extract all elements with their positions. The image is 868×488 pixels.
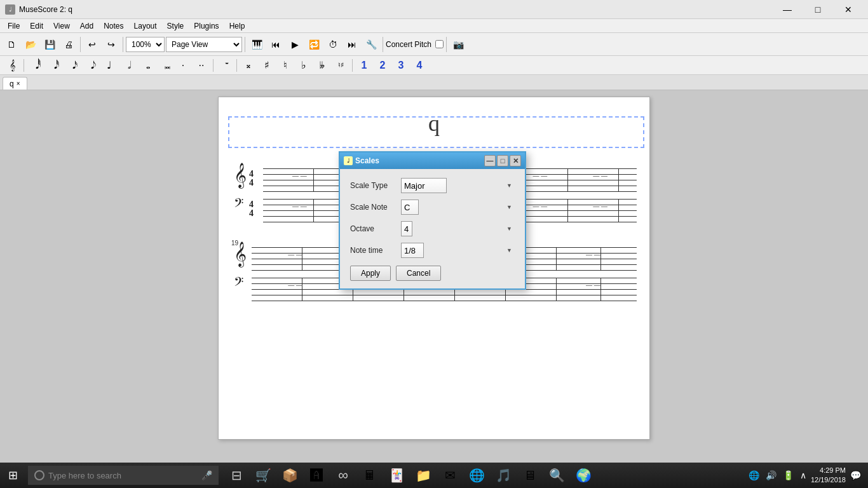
microphone-icon[interactable]: 🎤 bbox=[201, 470, 212, 480]
apply-button[interactable]: Apply bbox=[350, 266, 391, 281]
tab-label: q bbox=[10, 79, 14, 88]
taskbar-app-calc[interactable]: 🖩 bbox=[357, 463, 383, 488]
new-button[interactable]: 🗋 bbox=[3, 36, 20, 53]
double-augmentation-dot[interactable]: ·· bbox=[193, 58, 210, 73]
taskbar-app-monitor[interactable]: 🖥 bbox=[517, 463, 543, 488]
menu-help[interactable]: Help bbox=[224, 20, 250, 32]
play-button[interactable]: ▶ bbox=[286, 36, 304, 53]
toolbar-sep-5 bbox=[446, 37, 447, 52]
menu-edit[interactable]: Edit bbox=[25, 20, 48, 32]
cancel-button[interactable]: Cancel bbox=[396, 266, 441, 281]
menu-add[interactable]: Add bbox=[75, 20, 98, 32]
concert-pitch-toggle[interactable] bbox=[435, 40, 444, 48]
plugin-creator-button[interactable]: 🔧 bbox=[362, 36, 380, 53]
scale-note-select[interactable]: C C# D D# E F F# G G# A A# B bbox=[401, 200, 419, 215]
note-input-mode[interactable]: 𝄞 bbox=[4, 58, 20, 73]
menu-layout[interactable]: Layout bbox=[129, 20, 162, 32]
tabs-bar: q × bbox=[0, 75, 868, 90]
save-button[interactable]: 💾 bbox=[41, 36, 58, 53]
taskbar-clock[interactable]: 4:29 PM 12/19/2018 bbox=[811, 466, 846, 485]
note-sep-1 bbox=[24, 59, 24, 72]
rest-button[interactable]: 𝄻 bbox=[217, 58, 233, 73]
app-icon: ♩ bbox=[5, 4, 15, 15]
menu-file[interactable]: File bbox=[3, 20, 25, 32]
taskbar-app-amazon[interactable]: 🅰 bbox=[304, 463, 329, 488]
duration-64th[interactable]: 𝅘𝅥𝅱 bbox=[27, 58, 44, 73]
menu-notes[interactable]: Notes bbox=[98, 20, 128, 32]
taskbar-app-search[interactable]: 🔍 bbox=[544, 463, 569, 488]
taskbar-app-files[interactable]: 📁 bbox=[410, 463, 436, 488]
note-time-select[interactable]: 1/1 1/2 1/4 1/8 1/16 1/32 bbox=[401, 243, 424, 258]
expand-systray[interactable]: ∧ bbox=[798, 470, 808, 480]
duration-16th[interactable]: 𝅘𝅥𝅯 bbox=[64, 58, 81, 73]
scale-note-row: Scale Note C C# D D# E F F# G G# A A# B bbox=[350, 200, 515, 215]
taskbar-app-musescore[interactable]: 🎵 bbox=[491, 463, 516, 488]
taskbar-app-chrome[interactable]: 🌍 bbox=[571, 463, 596, 488]
octave-row: Octave 1 2 3 4 5 6 7 bbox=[350, 221, 515, 236]
start-button[interactable]: ⊞ bbox=[0, 463, 25, 488]
dialog-controls: — □ ✕ bbox=[484, 155, 521, 166]
maximize-button[interactable]: □ bbox=[803, 0, 832, 19]
titlebar-controls: — □ ✕ bbox=[773, 0, 863, 19]
undo-button[interactable]: ↩ bbox=[83, 36, 101, 53]
menu-plugins[interactable]: Plugins bbox=[189, 20, 224, 32]
taskbar-app-edge[interactable]: 🌐 bbox=[464, 463, 489, 488]
network-icon[interactable]: 🌐 bbox=[747, 470, 761, 480]
main-toolbar: 🗋 📂 💾 🖨 ↩ ↪ 100% 75% 150% 200% Page View… bbox=[0, 33, 868, 56]
taskbar-app-cards[interactable]: 🃏 bbox=[384, 463, 409, 488]
print-button[interactable]: 🖨 bbox=[60, 36, 78, 53]
taskbar-app-store[interactable]: 🛒 bbox=[250, 463, 276, 488]
duration-32nd[interactable]: 𝅘𝅥𝅰 bbox=[46, 58, 62, 73]
minimize-button[interactable]: — bbox=[773, 0, 802, 19]
dialog-minimize[interactable]: — bbox=[484, 155, 496, 166]
sound-icon[interactable]: 🔊 bbox=[764, 470, 778, 480]
loop-button[interactable]: 🔁 bbox=[305, 36, 323, 53]
augmentation-dot[interactable]: · bbox=[175, 58, 191, 73]
screenshot-button[interactable]: 📷 bbox=[449, 36, 467, 53]
note-sep-3 bbox=[236, 59, 237, 72]
taskbar-app-mail[interactable]: ✉ bbox=[437, 463, 463, 488]
acc-double-flat[interactable]: 𝄫 bbox=[314, 58, 330, 73]
voice-2[interactable]: 2 bbox=[374, 58, 391, 73]
toolbar-sep-4 bbox=[383, 37, 383, 52]
taskbar-search[interactable]: Type here to search 🎤 bbox=[28, 466, 219, 485]
taskview-button[interactable]: ⊟ bbox=[224, 463, 249, 488]
dialog-close[interactable]: ✕ bbox=[510, 155, 521, 166]
octave-select[interactable]: 1 2 3 4 5 6 7 bbox=[401, 221, 412, 236]
duration-8th[interactable]: 𝅘𝅥𝅮 bbox=[83, 58, 99, 73]
duration-double-whole[interactable]: 𝅜 bbox=[156, 58, 173, 73]
dialog-maximize[interactable]: □ bbox=[497, 155, 508, 166]
tab-close-button[interactable]: × bbox=[17, 80, 20, 87]
search-icon bbox=[34, 470, 44, 480]
taskbar-date: 12/19/2018 bbox=[811, 475, 846, 485]
acc-sharp[interactable]: ♯ bbox=[259, 58, 275, 73]
notification-icon[interactable]: 💬 bbox=[848, 470, 863, 480]
battery-icon[interactable]: 🔋 bbox=[781, 470, 796, 480]
next-measure-button[interactable]: ⏭ bbox=[343, 36, 361, 53]
scale-type-select[interactable]: Major Minor Dorian Phrygian Lydian Mixol… bbox=[401, 178, 447, 193]
acc-double-sharp[interactable]: 𝄪 bbox=[240, 58, 257, 73]
acc-flat[interactable]: ♭ bbox=[295, 58, 312, 73]
rewind-button[interactable]: ⏮ bbox=[267, 36, 285, 53]
voice-1[interactable]: 1 bbox=[356, 58, 372, 73]
view-mode-select[interactable]: Page View Continuous View bbox=[166, 37, 242, 52]
acc-natural[interactable]: ♮ bbox=[277, 58, 294, 73]
menu-view[interactable]: View bbox=[48, 20, 75, 32]
dialog-icon: ♩ bbox=[344, 156, 353, 165]
duration-half[interactable]: 𝅗𝅥 bbox=[119, 58, 136, 73]
menu-style[interactable]: Style bbox=[162, 20, 189, 32]
midi-input-button[interactable]: 🎹 bbox=[248, 36, 266, 53]
voice-4[interactable]: 4 bbox=[411, 58, 428, 73]
duration-quarter[interactable]: ♩ bbox=[101, 58, 118, 73]
voice-3[interactable]: 3 bbox=[393, 58, 409, 73]
realtime-button[interactable]: ⏱ bbox=[324, 36, 342, 53]
taskbar-app-dropbox[interactable]: 📦 bbox=[277, 463, 302, 488]
zoom-select[interactable]: 100% 75% 150% 200% bbox=[126, 37, 165, 52]
score-tab[interactable]: q × bbox=[3, 77, 27, 90]
open-button[interactable]: 📂 bbox=[22, 36, 39, 53]
acc-natural-sharp[interactable]: ♮♯ bbox=[332, 58, 349, 73]
close-button[interactable]: ✕ bbox=[834, 0, 863, 19]
redo-button[interactable]: ↪ bbox=[102, 36, 120, 53]
duration-whole[interactable]: 𝅝 bbox=[138, 58, 154, 73]
taskbar-app-infinity[interactable]: ∞ bbox=[330, 463, 356, 488]
